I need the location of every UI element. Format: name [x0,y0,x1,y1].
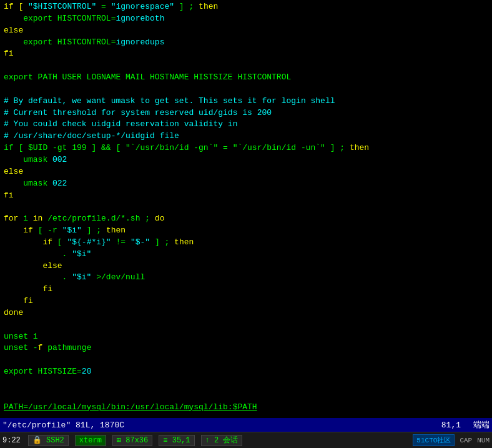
taskbar-items: 🔒 SSH2xterm⊞ 87x36≡ 35,1↑ 2 会话 [28,435,249,446]
taskbar-item[interactable]: xterm [75,435,106,446]
taskbar-item[interactable]: ≡ 35,1 [159,435,194,446]
filename: "/etc/profile" [2,421,71,430]
code-line: umask 022 [4,178,488,190]
taskbar-item[interactable]: ⊞ 87x36 [112,435,152,446]
status-bar: "/etc/profile" 81L, 1870C 81,1 端端 [0,418,492,432]
code-line: else [4,261,488,272]
code-line: # Current threshold for system reserved … [4,107,488,119]
code-line: umask 002 [4,154,488,166]
editor-mode: 端端 [473,419,490,431]
code-line: unset -f pathmunge [4,342,488,354]
code-line: fi [4,296,488,307]
file-lines: 81L, [76,421,95,430]
code-line [4,84,488,96]
code-line: fi [4,284,488,296]
code-line: for i in /etc/profile.d/*.sh ; do [4,213,488,225]
code-line [4,319,488,331]
code-line: done [4,307,488,319]
code-line [4,378,488,390]
cursor-position: 81,1 [441,421,461,430]
taskbar: 9:22 🔒 SSH2xterm⊞ 87x36≡ 35,1↑ 2 会话 51CT… [0,432,492,448]
file-chars: 1870C [100,421,124,430]
code-line: export HISTCONTROL=ignoreboth [4,13,488,25]
taskbar-item[interactable]: 🔒 SSH2 [28,435,69,446]
code-line: else [4,166,488,178]
code-line: fi [4,48,488,60]
taskbar-right: 51CTO社区 CAP NUМ [413,434,490,446]
code-line: fi [4,190,488,202]
code-line: if [ "$HISTCONTROL" = "ignorespace" ] ; … [4,1,488,13]
site-badge: 51CTO社区 [413,434,455,446]
code-line [4,354,488,366]
code-line: # /usr/share/doc/setup-*/uidgid file [4,131,488,142]
code-line: export HISTCONTROL=ignoredups [4,37,488,49]
code-line: unset i [4,331,488,343]
num-indicator: NUМ [477,437,490,444]
code-line: export HISTSIZE=20 [4,366,488,378]
code-line: . "$i" >/dev/null [4,272,488,284]
taskbar-time: 9:22 [2,436,21,445]
code-line: export PATH USER LOGNAME MAIL HOSTNAME H… [4,72,488,84]
cap-indicator: CAP [460,437,472,444]
taskbar-item[interactable]: ↑ 2 会话 [201,435,243,446]
code-line: . "$i" [4,249,488,261]
code-line: # By default, we want umask to get set. … [4,96,488,107]
code-line [4,60,488,72]
code-line: else [4,25,488,37]
file-info: "/etc/profile" 81L, 1870C [2,421,441,430]
editor-area: if [ "$HISTCONTROL" = "ignorespace" ] ; … [0,0,492,418]
code-line: # You could check uidgid reservation val… [4,119,488,131]
code-line [4,201,488,213]
code-line: if [ -r "$i" ] ; then [4,225,488,237]
code-line: if [ "${-#*i}" != "$-" ] ; then [4,237,488,249]
code-line: PATH=/usr/local/mysql/bin:/usr/local/mys… [4,402,488,414]
code-line [4,390,488,402]
code-line: if [ $UID -gt 199 ] && [ "`/usr/bin/id -… [4,142,488,154]
